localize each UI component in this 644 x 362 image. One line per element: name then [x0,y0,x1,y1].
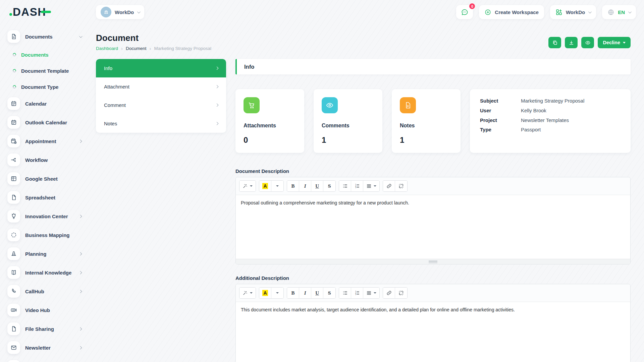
toolbar-button-group [239,287,256,299]
italic-glyph: I [304,290,306,296]
sidebar-item-documents[interactable]: Documents [7,30,89,43]
paragraph-align-button[interactable] [363,288,379,298]
editor-content[interactable]: This document includes market analysis, … [236,302,630,362]
dashed-circle-icon [7,229,20,241]
ul-icon [342,183,348,189]
create-workspace-label: Create Workspace [495,9,539,15]
editor-section-document-description: Document DescriptionABIUS123Proposal out… [235,168,631,264]
messages-button[interactable]: 0 [456,5,473,19]
font-color-caret-button[interactable] [271,181,283,191]
sidebar-item-google-sheet[interactable]: Google Sheet [7,172,89,185]
breadcrumb-item-document: Document [126,46,147,51]
sidebar-item-outlook-calendar[interactable]: Outlook Calendar [7,116,89,129]
italic-glyph: I [304,183,306,189]
sidebar-item-planning[interactable]: Planning [7,247,89,260]
sidebar-item-innovation-center[interactable]: Innovation Center [7,210,89,223]
tab-comment[interactable]: Comment [96,96,226,114]
caret-down-icon [276,292,279,294]
sidebar-item-internal-knowledge[interactable]: Internal Knowledge [7,266,89,279]
tab-notes[interactable]: Notes [96,114,226,133]
download-button[interactable] [565,37,578,48]
tab-info[interactable]: Info [96,59,226,77]
sidebar-item-business-mapping[interactable]: Business Mapping [7,229,89,241]
document-icon [7,30,20,43]
editor-section-label: Additional Description [235,275,631,281]
ordered-list-button[interactable]: 123 [351,288,363,298]
detail-label: Subject [480,97,521,105]
font-color-button[interactable]: A [259,181,271,191]
strikethrough-button[interactable]: S [323,181,335,191]
sidebar-item-video-hub[interactable]: Video Hub [7,304,89,316]
sidebar-item-label: Internal Knowledge [25,270,79,276]
detail-row-subject: SubjectMarketing Strategy Proposal [480,97,621,105]
app-switcher-button[interactable]: WorkDo [550,5,596,19]
language-selector[interactable]: EN [602,5,636,19]
magic-style-button[interactable] [239,288,256,298]
caret-down-icon [374,292,376,294]
bold-button[interactable]: B [287,288,299,298]
align-icon [366,183,372,189]
tab-attachment[interactable]: Attachment [96,77,226,96]
unordered-list-button[interactable] [339,181,351,191]
workspace-avatar [101,7,111,17]
link-button[interactable] [383,181,395,191]
unordered-list-button[interactable] [339,288,351,298]
ul-icon [342,290,348,296]
paragraph-align-button[interactable] [363,181,379,191]
underline-button[interactable]: U [311,181,323,191]
sidebar-subitem-documents[interactable]: Documents [13,49,82,60]
workspace-selector[interactable]: WorkDo [96,5,144,19]
decline-button[interactable]: Decline [598,37,631,48]
sidebar-subitem-label: Document Template [21,68,69,74]
caret-down-icon [250,292,253,294]
detail-label: Type [480,126,521,133]
italic-button[interactable]: I [299,288,311,298]
sidebar-item-appointment[interactable]: Appointment [7,135,89,147]
sidebar-item-newsletter[interactable]: Newsletter [7,341,89,354]
unlink-icon [398,183,404,189]
bullet-icon [12,68,17,73]
mail-icon [7,341,20,354]
editor-toolbar: ABIUS123 [236,177,630,195]
editor-resize-handle[interactable] [236,259,630,264]
chevron-right-icon [79,346,82,349]
lightbulb-icon [7,210,20,223]
sidebar-item-workflow[interactable]: Workflow [7,154,89,166]
strikethrough-button[interactable]: S [323,288,335,298]
sidebar-item-item[interactable] [7,360,89,362]
editor-content[interactable]: Proposal outlining a comprehensive marke… [236,195,630,259]
bold-button[interactable]: B [287,181,299,191]
bold-glyph: B [291,183,295,189]
sidebar-item-spreadsheet[interactable]: Spreadsheet [7,191,89,204]
link-button[interactable] [383,288,395,298]
sidebar-item-calendar[interactable]: Calendar [7,97,89,110]
unlink-button[interactable] [395,181,407,191]
copy-button[interactable] [548,37,561,48]
sidebar-subitem-document-type[interactable]: Document Type [13,81,82,93]
sidebar-subitem-document-template[interactable]: Document Template [13,65,82,76]
sidebar-item-file-sharing[interactable]: File Sharing [7,322,89,335]
toolbar-button-group [239,180,256,192]
language-code: EN [618,9,625,15]
breadcrumb-item-dashboard[interactable]: Dashboard [96,46,118,51]
italic-button[interactable]: I [299,181,311,191]
breadcrumb-item-marketing-strategy-proposal: Marketing Strategy Proposal [154,46,211,51]
magic-style-button[interactable] [239,181,256,191]
font-color-caret-button[interactable] [271,288,283,298]
ordered-list-button[interactable]: 123 [351,181,363,191]
note-icon [400,97,416,113]
main-content: Document Dashboard›Document›Marketing St… [89,24,644,362]
toolbar-button-group [383,180,408,192]
sidebar-item-callhub[interactable]: CallHub [7,285,89,298]
appointment-icon [7,135,20,147]
underline-button[interactable]: U [311,288,323,298]
unlink-button[interactable] [395,288,407,298]
stat-value: 0 [244,135,296,145]
create-workspace-button[interactable]: Create Workspace [479,5,544,19]
stat-card-attachments: Attachments0 [235,89,304,153]
preview-button[interactable] [581,37,594,48]
font-color-button[interactable]: A [259,288,271,298]
info-panel: Info Attachments0Comments1Notes1SubjectM… [235,59,631,362]
app-logo[interactable]: DASH [9,6,89,18]
sidebar-item-label: Spreadsheet [25,195,82,200]
